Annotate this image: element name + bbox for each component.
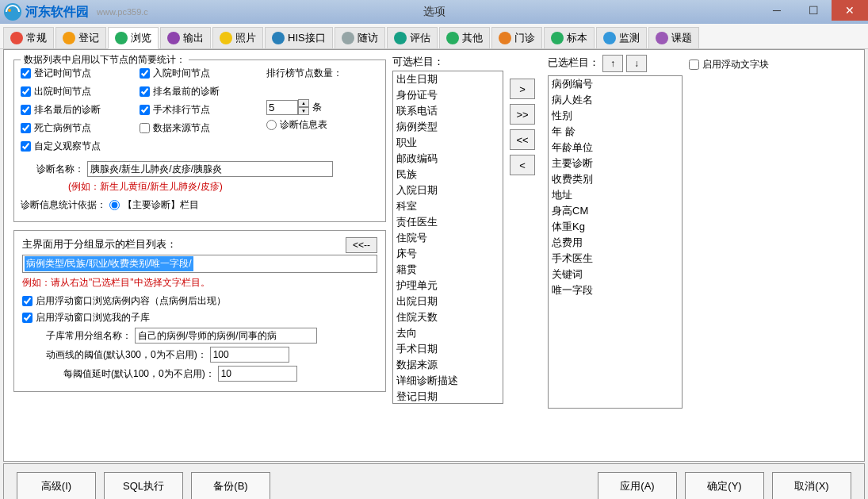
list-item[interactable]: 入院日期 <box>393 182 503 198</box>
move-left-button[interactable]: < <box>510 155 535 175</box>
grouping-value[interactable]: 病例类型/民族/职业/收费类别/唯一字段/ <box>25 256 193 271</box>
checkbox[interactable] <box>21 86 31 97</box>
stat-checkbox-登记时间节点[interactable]: 登记时间节点 <box>21 67 140 80</box>
list-item[interactable]: 病人姓名 <box>549 92 682 108</box>
checkbox[interactable] <box>21 68 31 79</box>
stat-checkbox-排名最后的诊断[interactable]: 排名最后的诊断 <box>21 103 140 117</box>
tab-课题[interactable]: 课题 <box>648 27 699 48</box>
spin-up-icon[interactable]: ▲ <box>298 99 309 107</box>
list-item[interactable]: 关键词 <box>549 267 682 282</box>
stat-checkbox-排名最前的诊断[interactable]: 排名最前的诊断 <box>140 85 258 98</box>
tab-登记[interactable]: 登记 <box>55 27 106 48</box>
stat-checkbox-入院时间节点[interactable]: 入院时间节点 <box>140 67 258 80</box>
spin-down-icon[interactable]: ▼ <box>298 107 309 115</box>
maximize-button[interactable]: ☐ <box>795 0 832 21</box>
ok-button[interactable]: 确定(Y) <box>685 472 764 499</box>
tab-监测[interactable]: 监测 <box>596 27 647 48</box>
minimize-button[interactable]: ─ <box>759 0 795 21</box>
list-item[interactable]: 地址 <box>549 187 682 203</box>
list-item[interactable]: 身份证号 <box>393 87 503 103</box>
selected-listbox[interactable]: 病例编号病人姓名性别年 龄年龄单位主要诊断收费类别地址身高CM体重Kg总费用手术… <box>548 75 683 409</box>
tab-照片[interactable]: 照片 <box>212 27 263 48</box>
list-item[interactable]: 病例类型 <box>393 119 503 135</box>
checkbox[interactable] <box>21 123 31 133</box>
list-item[interactable]: 年 龄 <box>549 124 682 140</box>
checkbox[interactable] <box>140 105 150 115</box>
sql-button[interactable]: SQL执行 <box>104 472 183 499</box>
tab-输出[interactable]: 输出 <box>160 27 211 48</box>
checkbox[interactable] <box>140 86 150 97</box>
list-item[interactable]: 出生日期 <box>393 71 503 87</box>
stat-checkbox-手术排行节点[interactable]: 手术排行节点 <box>140 103 258 117</box>
available-listbox[interactable]: 出生日期身份证号联系电话病例类型职业邮政编码民族入院日期科室责任医生住院号床号籍… <box>392 71 503 404</box>
stat-checkbox-数据来源节点[interactable]: 数据来源节点 <box>140 121 258 135</box>
advanced-button[interactable]: 高级(I) <box>17 472 96 499</box>
list-item[interactable]: 科室 <box>393 198 503 214</box>
tab-随访[interactable]: 随访 <box>335 27 385 48</box>
sub-name-input[interactable] <box>135 328 317 344</box>
list-item[interactable]: 去向 <box>393 325 503 341</box>
delay-input[interactable] <box>218 366 297 382</box>
float-sub-checkbox[interactable] <box>22 313 33 323</box>
back-arrow-button[interactable]: <<-- <box>346 237 377 253</box>
diag-table-radio[interactable] <box>266 120 277 130</box>
list-item[interactable]: 总费用 <box>549 235 682 251</box>
list-item[interactable]: 联系电话 <box>393 103 503 119</box>
diag-name-input[interactable] <box>87 161 333 177</box>
move-all-right-button[interactable]: >> <box>510 104 535 125</box>
apply-button[interactable]: 应用(A) <box>598 472 677 499</box>
tab-常规[interactable]: 常规 <box>3 27 54 48</box>
tab-浏览[interactable]: 浏览 <box>108 27 159 49</box>
list-item[interactable]: 职业 <box>393 135 503 151</box>
list-item[interactable]: 登记日期 <box>393 389 503 404</box>
list-item[interactable]: 体重Kg <box>549 219 682 235</box>
list-item[interactable]: 民族 <box>393 167 503 182</box>
checkbox[interactable] <box>140 68 150 79</box>
list-item[interactable]: 数据来源 <box>393 357 503 373</box>
checkbox[interactable] <box>21 141 31 152</box>
float-case-checkbox[interactable] <box>22 296 33 306</box>
close-button[interactable]: ✕ <box>832 0 868 21</box>
float-text-checkbox[interactable] <box>689 59 699 70</box>
move-all-left-button[interactable]: << <box>510 129 535 150</box>
anim-input[interactable] <box>210 347 289 363</box>
list-item[interactable]: 性别 <box>549 108 682 124</box>
cancel-button[interactable]: 取消(X) <box>772 472 851 499</box>
stat-checkbox-出院时间节点[interactable]: 出院时间节点 <box>21 85 140 98</box>
list-item[interactable]: 手术医生 <box>549 251 682 267</box>
list-item[interactable]: 详细诊断描述 <box>393 373 503 389</box>
tab-其他[interactable]: 其他 <box>439 27 490 48</box>
list-item[interactable]: 收费类别 <box>549 171 682 187</box>
list-item[interactable]: 病例编号 <box>549 76 682 92</box>
list-item[interactable]: 护理单元 <box>393 278 503 294</box>
stat-checkbox-自定义观察节点[interactable]: 自定义观察节点 <box>21 140 140 153</box>
move-down-button[interactable]: ↓ <box>626 55 647 72</box>
checkbox[interactable] <box>140 123 150 133</box>
stat-checkbox-死亡病例节点[interactable]: 死亡病例节点 <box>21 121 140 135</box>
tab-门诊[interactable]: 门诊 <box>491 27 542 48</box>
backup-button[interactable]: 备份(B) <box>191 472 270 499</box>
tab-标本[interactable]: 标本 <box>544 27 595 48</box>
delay-label: 每阈值延时(默认100，0为不启用)： <box>63 367 215 381</box>
list-item[interactable]: 住院号 <box>393 230 503 246</box>
list-item[interactable]: 责任医生 <box>393 214 503 230</box>
rank-count-spinner[interactable]: ▲▼ <box>266 99 309 115</box>
list-item[interactable]: 床号 <box>393 246 503 262</box>
list-item[interactable]: 籍贯 <box>393 262 503 278</box>
list-item[interactable]: 主要诊断 <box>549 155 682 171</box>
move-up-button[interactable]: ↑ <box>602 55 623 72</box>
tab-评估[interactable]: 评估 <box>387 27 438 48</box>
list-item[interactable]: 手术日期 <box>393 341 503 357</box>
move-right-button[interactable]: > <box>510 79 535 99</box>
list-item[interactable]: 年龄单位 <box>549 140 682 155</box>
checkbox[interactable] <box>21 105 31 115</box>
float-sub-label: 启用浮动窗口浏览我的子库 <box>36 311 150 324</box>
tab-HIS接口[interactable]: HIS接口 <box>265 27 333 48</box>
list-item[interactable]: 身高CM <box>549 203 682 219</box>
list-item[interactable]: 唯一字段 <box>549 282 682 298</box>
list-item[interactable]: 出院日期 <box>393 294 503 309</box>
rank-count-input[interactable] <box>266 100 298 115</box>
list-item[interactable]: 邮政编码 <box>393 151 503 167</box>
list-item[interactable]: 住院天数 <box>393 309 503 325</box>
diag-basis-radio[interactable] <box>109 200 120 210</box>
